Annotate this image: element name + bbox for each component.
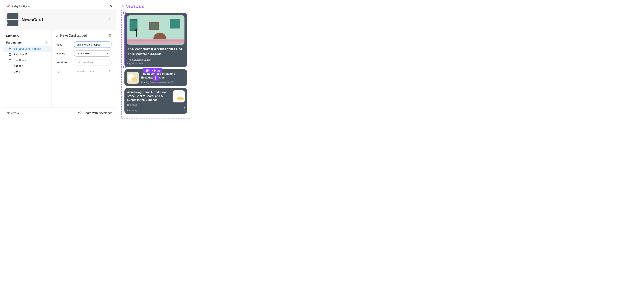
param-item-thumbnail[interactable]: thumbnail <box>3 52 51 57</box>
text-icon <box>8 70 12 73</box>
hero-author: The Seasonal Sagas <box>127 57 184 61</box>
small-subline: Morning Brew · November 10, 2021 <box>141 80 185 84</box>
sidebar: Summary Parameters on NewsCard tapped <box>3 30 52 107</box>
news-card-small[interactable]: The Essentials of Making Breakfast Crepe… <box>124 69 187 86</box>
panel-header: Relay for Figma <box>3 3 116 10</box>
detail-title: on NewsCard tapped <box>56 34 87 37</box>
svg-rect-15 <box>130 19 137 20</box>
svg-rect-23 <box>173 90 185 102</box>
text-icon <box>8 59 12 62</box>
status-text: No errors <box>7 112 19 115</box>
parameters-heading: Parameters <box>6 41 22 44</box>
audio-timeago: 4 hours ago <box>127 106 185 112</box>
component-frame[interactable]: The Wonderful Architectures of This Wint… <box>122 10 190 119</box>
param-label: headline <box>14 59 26 62</box>
svg-point-25 <box>184 107 185 108</box>
relay-logo-icon <box>6 4 10 8</box>
figma-canvas[interactable]: NewsCard <box>122 3 190 119</box>
svg-point-27 <box>184 110 185 111</box>
chevron-down-icon <box>106 52 109 55</box>
text-icon <box>8 64 12 67</box>
target-icon[interactable] <box>108 69 112 73</box>
news-card-hero[interactable]: The Wonderful Architectures of This Wint… <box>124 13 187 67</box>
param-label: on NewsCard tapped <box>14 47 41 50</box>
plugin-name: Relay for Figma <box>12 5 30 8</box>
audio-thumbnail <box>173 90 185 102</box>
svg-rect-17 <box>150 23 158 29</box>
selection-handle[interactable] <box>124 66 126 68</box>
relay-panel: Relay for Figma NewsCard Summary Paramet… <box>3 3 116 119</box>
component-thumbnail <box>7 13 19 27</box>
small-thumbnail <box>127 72 139 84</box>
svg-point-26 <box>184 109 185 109</box>
property-select[interactable]: tap-handler <box>74 50 112 57</box>
name-label: Name <box>56 43 71 46</box>
svg-point-6 <box>110 71 110 71</box>
dimension-badge: 354 × Hug <box>143 68 162 73</box>
hero-thumbnail <box>127 15 184 45</box>
param-item-date[interactable]: date <box>3 69 51 74</box>
component-header: NewsCard <box>3 10 116 30</box>
name-input[interactable] <box>74 41 112 48</box>
share-icon <box>78 111 82 115</box>
share-label: Share with developer <box>84 111 112 115</box>
tap-icon <box>8 47 12 50</box>
close-icon[interactable] <box>110 4 113 8</box>
svg-rect-11 <box>127 39 184 44</box>
svg-point-1 <box>110 19 110 20</box>
description-label: Description <box>56 61 71 64</box>
layer-value: view=hero-item <box>74 68 106 74</box>
svg-rect-12 <box>127 40 184 40</box>
delete-icon[interactable] <box>108 34 112 37</box>
component-frame-label[interactable]: NewsCard <box>122 4 190 10</box>
selection-handle[interactable] <box>186 66 188 68</box>
selection-handle[interactable] <box>186 12 188 14</box>
param-item-on-newscard-tapped[interactable]: on NewsCard tapped <box>3 46 51 52</box>
component-name: NewsCard <box>22 17 105 22</box>
card-menu-icon[interactable] <box>184 107 185 112</box>
image-icon <box>8 53 12 56</box>
audio-headline: Wondering Hour: A Childhood Story, Grizz… <box>127 90 170 102</box>
svg-rect-14 <box>130 19 137 30</box>
param-label: author <box>14 64 23 67</box>
svg-point-2 <box>110 21 110 21</box>
property-label: Property <box>56 52 71 55</box>
panel-footer: No errors Share with developer <box>3 107 116 119</box>
param-item-author[interactable]: author <box>3 63 51 69</box>
param-label: date <box>14 70 20 73</box>
detail-pane: on NewsCard tapped Name Property tap-han… <box>52 30 116 107</box>
hero-headline: The Wonderful Architectures of This Wint… <box>127 45 184 57</box>
news-card-audio[interactable]: Wondering Hour: A Childhood Story, Grizz… <box>124 88 187 114</box>
frame-name: NewsCard <box>126 4 144 9</box>
param-item-headline[interactable]: headline <box>3 57 51 63</box>
svg-point-4 <box>10 54 10 54</box>
panel-body: Summary Parameters on NewsCard tapped <box>3 30 116 107</box>
svg-rect-3 <box>9 54 11 56</box>
param-label: thumbnail <box>14 53 28 56</box>
svg-point-24 <box>177 97 184 100</box>
insert-variant-button[interactable] <box>152 75 159 81</box>
property-value: tap-handler <box>77 52 90 55</box>
layer-label: Layer <box>56 70 71 72</box>
audio-author: The Bees <box>127 102 170 106</box>
svg-rect-19 <box>170 19 179 28</box>
parameter-list: on NewsCard tapped thumbnail headline <box>3 46 51 74</box>
share-with-developer-button[interactable]: Share with developer <box>78 111 112 115</box>
component-icon <box>122 4 124 9</box>
svg-point-22 <box>131 77 137 81</box>
description-input[interactable]: Add description <box>74 59 112 65</box>
summary-heading[interactable]: Summary <box>3 34 51 40</box>
svg-point-0 <box>110 18 110 19</box>
add-parameter-icon[interactable] <box>44 41 48 44</box>
hero-date: August 25, 2021 <box>127 61 184 65</box>
kebab-menu-icon[interactable] <box>108 18 112 22</box>
selection-handle[interactable] <box>124 12 126 14</box>
